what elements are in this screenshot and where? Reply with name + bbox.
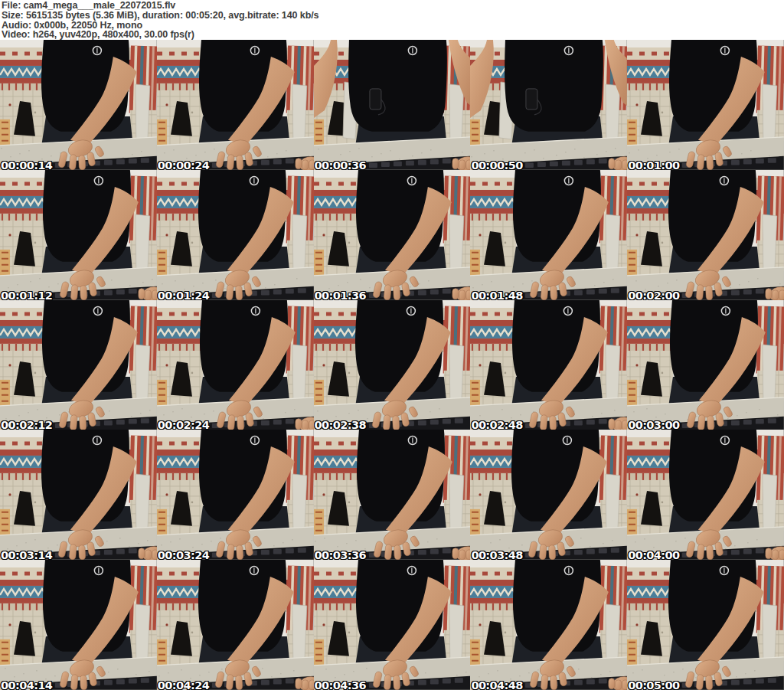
floor-object: [0, 509, 10, 537]
timestamp-overlay: 00:01:24: [158, 289, 209, 300]
thumbnail-image: [470, 560, 627, 690]
thumbnail-cell: 00:04:14: [0, 560, 157, 690]
thumbnail-cell: 00:05:00: [627, 560, 784, 690]
floor-object: [470, 639, 480, 667]
timestamp-overlay: 00:02:24: [158, 419, 209, 430]
timestamp-overlay: 00:03:14: [1, 549, 52, 560]
floor-object: [157, 509, 167, 537]
floor-object: [470, 250, 480, 277]
thumbnail-image: [157, 40, 314, 170]
floor-object: [470, 509, 480, 537]
timestamp-overlay: 00:05:00: [628, 679, 679, 690]
timestamp-overlay: 00:02:00: [628, 289, 679, 300]
thumbnail-cell: 00:01:24: [157, 170, 314, 300]
thumbnail-cell: 00:04:00: [627, 430, 784, 560]
thumbnail-cell: 00:01:48: [470, 170, 627, 300]
thumbnail-grid: 00:00:1400:00:2400:00:3600:00:5000:01:00…: [0, 40, 784, 690]
thumbnail-cell: 00:01:00: [627, 40, 784, 170]
timestamp-overlay: 00:00:36: [315, 159, 366, 170]
thumbnail-image: [0, 300, 157, 430]
thumbnail-image: [470, 40, 627, 170]
timestamp-overlay: 00:00:50: [471, 159, 522, 170]
thumbnail-image: [157, 300, 314, 430]
thumbnail-cell: 00:03:00: [627, 300, 784, 430]
timestamp-overlay: 00:04:00: [628, 549, 679, 560]
thumbnail-cell: 00:01:12: [0, 170, 157, 300]
file-info-header: File: cam4_mega___male_22072015.flv Size…: [0, 0, 784, 40]
thumbnail-image: [314, 300, 471, 430]
file-info-video: Video: h264, yuv420p, 480x400, 30.00 fps…: [2, 30, 784, 40]
thumbnail-image: [627, 560, 784, 690]
thumbnail-image: [627, 170, 784, 300]
floor-object: [470, 379, 480, 407]
timestamp-overlay: 00:02:38: [315, 419, 366, 430]
floor-object: [157, 250, 167, 277]
floor-object: [157, 379, 167, 407]
timestamp-overlay: 00:01:48: [471, 289, 522, 300]
thumbnail-cell: 00:03:24: [157, 430, 314, 560]
thumbnail-image: [0, 560, 157, 690]
thumbnail-image: [314, 430, 471, 560]
thumbnail-cell: 00:02:38: [314, 300, 471, 430]
timestamp-overlay: 00:03:24: [158, 549, 209, 560]
thumbnail-cell: 00:00:50: [470, 40, 627, 170]
timestamp-overlay: 00:03:48: [471, 549, 522, 560]
timestamp-overlay: 00:04:36: [315, 679, 366, 690]
timestamp-overlay: 00:02:12: [1, 419, 52, 430]
floor-object: [627, 509, 637, 537]
timestamp-overlay: 00:00:14: [1, 159, 52, 170]
thumbnail-image: [157, 430, 314, 560]
thumbnail-image: [314, 170, 471, 300]
thumbnail-cell: 00:04:24: [157, 560, 314, 690]
timestamp-overlay: 00:04:14: [1, 679, 52, 690]
thumbnail-image: [157, 560, 314, 690]
timestamp-overlay: 00:03:00: [628, 419, 679, 430]
thumbnail-image: [0, 40, 157, 170]
floor-object: [470, 119, 480, 147]
thumbnail-cell: 00:04:36: [314, 560, 471, 690]
thumbnail-image: [314, 560, 471, 690]
thumbnail-cell: 00:00:14: [0, 40, 157, 170]
floor-object: [0, 379, 10, 407]
floor-object: [627, 379, 637, 407]
timestamp-overlay: 00:01:12: [1, 289, 52, 300]
thumbnail-cell: 00:03:36: [314, 430, 471, 560]
thumbnail-image: [470, 430, 627, 560]
floor-object: [627, 250, 637, 277]
timestamp-overlay: 00:02:48: [471, 419, 522, 430]
floor-object: [314, 639, 324, 667]
floor-object: [0, 250, 10, 277]
floor-object: [314, 250, 324, 277]
file-info-file: File: cam4_mega___male_22072015.flv: [2, 1, 784, 11]
floor-object: [0, 119, 10, 147]
timestamp-overlay: 00:03:36: [315, 549, 366, 560]
thumbnail-image: [627, 430, 784, 560]
file-info-size: Size: 5615135 bytes (5.36 MiB), duration…: [2, 11, 784, 21]
floor-object: [0, 639, 10, 667]
floor-object: [627, 639, 637, 667]
timestamp-overlay: 00:00:24: [158, 159, 209, 170]
floor-object: [157, 119, 167, 147]
thumbnail-cell: 00:03:48: [470, 430, 627, 560]
person-torso: [505, 40, 603, 132]
floor-object: [314, 379, 324, 407]
person-torso: [348, 40, 447, 132]
floor-object: [314, 509, 324, 537]
thumbnail-cell: 00:03:14: [0, 430, 157, 560]
thumbnail-image: [470, 300, 627, 430]
thumbnail-image: [0, 170, 157, 300]
thumbnail-cell: 00:02:24: [157, 300, 314, 430]
timestamp-overlay: 00:04:24: [158, 679, 209, 690]
thumbnail-cell: 00:02:48: [470, 300, 627, 430]
thumbnail-image: [627, 300, 784, 430]
timestamp-overlay: 00:04:48: [471, 679, 522, 690]
thumbnail-image: [470, 170, 627, 300]
thumbnail-cell: 00:01:36: [314, 170, 471, 300]
thumbnail-image: [157, 170, 314, 300]
thumbnail-image: [627, 40, 784, 170]
floor-object: [627, 119, 637, 147]
thumbnail-image: [314, 40, 471, 170]
thumbnail-cell: 00:04:48: [470, 560, 627, 690]
thumbnail-cell: 00:00:24: [157, 40, 314, 170]
thumbnail-cell: 00:00:36: [314, 40, 471, 170]
